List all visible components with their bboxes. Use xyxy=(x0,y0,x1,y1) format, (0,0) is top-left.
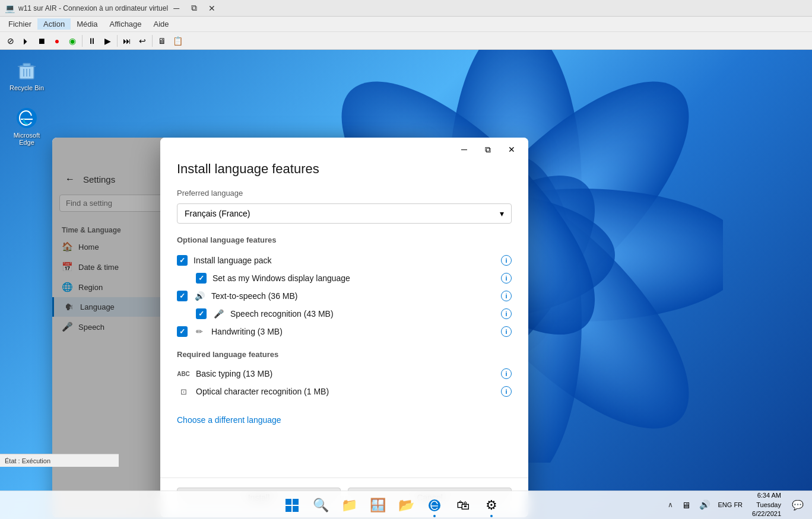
toolbar-btn-7[interactable]: ▶ xyxy=(100,34,115,48)
info-icon-handwriting[interactable]: i xyxy=(501,326,512,337)
required-item-typing: ABC Basic typing (13 MB) i xyxy=(177,365,512,383)
recycle-bin-label: Recycle Bin xyxy=(9,84,44,91)
toolbar-btn-5[interactable]: ◉ xyxy=(65,34,80,48)
required-label-typing: Basic typing (13 MB) xyxy=(196,369,495,378)
language-dropdown[interactable]: Français (France) ▾ xyxy=(177,203,512,224)
toolbar-btn-9[interactable]: ↩ xyxy=(135,34,150,48)
dialog-title: Install language features xyxy=(177,161,512,177)
feature-label-displaylang: Set as my Windows display language xyxy=(212,273,495,283)
tray-show-hidden[interactable]: ∧ xyxy=(668,501,673,509)
info-icon-speechrec[interactable]: i xyxy=(501,308,512,319)
info-icon-ocr[interactable]: i xyxy=(501,386,512,397)
clock-date: 6/22/2021 xyxy=(752,510,781,518)
vm-close-btn[interactable]: ✕ xyxy=(204,2,220,14)
toolbar-sep-1 xyxy=(82,35,83,47)
speechrec-icon: 🎤 xyxy=(212,309,224,319)
vm-menubar: Fichier Action Média Affichage Aide xyxy=(0,17,812,32)
taskbar-volume-icon[interactable]: 🔊 xyxy=(697,492,713,518)
feature-item-speechrec: ✓ 🎤 Speech recognition (43 MB) i xyxy=(177,305,512,323)
taskbar-search-btn[interactable]: 🔍 xyxy=(307,492,334,518)
toolbar-sep-2 xyxy=(117,35,118,47)
vm-minimize-btn[interactable]: ─ xyxy=(168,2,185,14)
choose-language-link[interactable]: Choose a different language xyxy=(177,415,281,425)
desktop-icon-recycle[interactable]: Recycle Bin xyxy=(6,56,47,94)
taskbar-widgets-btn[interactable]: 🪟 xyxy=(364,492,391,518)
vm-restore-btn[interactable]: ⧉ xyxy=(186,2,202,14)
vm-toolbar: ⊘ ⏵ ⏹ ● ◉ ⏸ ▶ ⏭ ↩ 🖥 📋 xyxy=(0,32,812,50)
edge-icon xyxy=(14,106,39,130)
dialog-close-btn[interactable]: ✕ xyxy=(500,141,524,158)
toolbar-btn-10[interactable]: 🖥 xyxy=(155,34,169,48)
feature-label-handwriting: Handwriting (3 MB) xyxy=(211,327,495,336)
desktop-icon-edge[interactable]: Microsoft Edge xyxy=(6,103,47,148)
dialog-minimize-btn[interactable]: ─ xyxy=(452,141,476,158)
vm-titlebar: 💻 w11 sur AIR - Connexion à un ordinateu… xyxy=(0,0,812,17)
chevron-down-icon: ▾ xyxy=(500,209,504,218)
info-icon-tts[interactable]: i xyxy=(501,291,512,301)
taskbar-start-btn[interactable] xyxy=(279,492,305,518)
taskbar-edge-btn[interactable] xyxy=(421,492,448,518)
ocr-icon: ⊡ xyxy=(177,387,190,396)
checkbox-speechrec[interactable]: ✓ xyxy=(196,308,207,319)
language-dropdown-value: Français (France) xyxy=(185,209,250,218)
toolbar-btn-6[interactable]: ⏸ xyxy=(85,34,99,48)
taskbar-explorer-btn[interactable]: 📂 xyxy=(393,492,419,518)
taskbar-taskview-btn[interactable]: 📁 xyxy=(336,492,362,518)
taskbar-network-icon[interactable]: 🖥 xyxy=(678,492,694,518)
checkbox-langpack[interactable]: ✓ xyxy=(177,255,188,266)
feature-item-displaylang: ✓ Set as my Windows display language i xyxy=(177,269,512,287)
dialog-titlebar: ─ ⧉ ✕ xyxy=(160,138,528,161)
taskbar: 🔍 📁 🪟 📂 🛍 ⚙ ∧ 🖥 🔊 ENG FR 6:34 AM Tuesday… xyxy=(0,491,812,519)
info-icon-displaylang[interactable]: i xyxy=(501,273,512,284)
menu-aide[interactable]: Aide xyxy=(148,18,175,30)
toolbar-btn-3[interactable]: ⏹ xyxy=(34,34,49,48)
svg-rect-18 xyxy=(293,506,299,512)
toolbar-btn-11[interactable]: 📋 xyxy=(170,34,185,48)
checkbox-tts[interactable]: ✓ xyxy=(177,291,188,301)
feature-item-tts: ✓ 🔊 Text-to-speech (36 MB) i xyxy=(177,287,512,305)
typing-icon: ABC xyxy=(177,371,190,377)
desktop: 💻 w11 sur AIR - Connexion à un ordinateu… xyxy=(0,0,812,519)
menu-affichage[interactable]: Affichage xyxy=(104,18,148,30)
dialog-restore-btn[interactable]: ⧉ xyxy=(476,141,500,158)
toolbar-btn-8[interactable]: ⏭ xyxy=(120,34,134,48)
tts-icon: 🔊 xyxy=(194,291,205,301)
feature-label-tts: Text-to-speech (36 MB) xyxy=(211,291,495,301)
taskbar-tray: ∧ xyxy=(665,501,675,509)
required-features-label: Required language features xyxy=(177,350,512,359)
vm-titlebar-controls: ─ ⧉ ✕ xyxy=(168,2,220,14)
status-bar: État : Exécution xyxy=(0,454,119,467)
toolbar-btn-2[interactable]: ⏵ xyxy=(19,34,33,48)
preferred-language-label: Preferred language xyxy=(177,189,512,198)
feature-label-speechrec: Speech recognition (43 MB) xyxy=(230,309,495,319)
install-language-dialog: ─ ⧉ ✕ Install language features Preferre… xyxy=(160,138,528,517)
dialog-content: Install language features Preferred lang… xyxy=(160,161,528,477)
taskbar-language[interactable]: ENG FR xyxy=(716,501,746,509)
lang-eng: ENG FR xyxy=(718,501,743,509)
menu-action[interactable]: Action xyxy=(37,18,71,30)
taskbar-store-btn[interactable]: 🛍 xyxy=(450,492,476,518)
menu-fichier[interactable]: Fichier xyxy=(2,18,37,30)
info-icon-typing[interactable]: i xyxy=(501,368,512,379)
clock-day: Tuesday xyxy=(752,501,781,510)
checkbox-handwriting[interactable]: ✓ xyxy=(177,326,188,337)
desktop-area: Recycle Bin Microsoft Edge ─ ⧉ ✕ ← xyxy=(0,50,812,495)
toolbar-btn-4[interactable]: ● xyxy=(50,34,64,48)
svg-rect-17 xyxy=(286,506,291,512)
taskbar-settings-btn[interactable]: ⚙ xyxy=(478,492,505,518)
taskbar-right: ∧ 🖥 🔊 ENG FR 6:34 AM Tuesday 6/22/2021 💬 xyxy=(665,491,813,518)
feature-item-langpack: ✓ Install language pack i xyxy=(177,251,512,269)
taskbar-notification-btn[interactable]: 💬 xyxy=(788,492,807,518)
vm-titlebar-icon: 💻 xyxy=(5,4,15,13)
svg-rect-16 xyxy=(293,499,299,505)
toolbar-btn-1[interactable]: ⊘ xyxy=(4,34,18,48)
checkbox-displaylang[interactable]: ✓ xyxy=(196,273,207,284)
info-icon-langpack[interactable]: i xyxy=(501,255,512,266)
taskbar-center: 🔍 📁 🪟 📂 🛍 ⚙ xyxy=(119,492,665,518)
required-item-ocr: ⊡ Optical character recognition (1 MB) i xyxy=(177,383,512,400)
feature-item-handwriting: ✓ ✏ Handwriting (3 MB) i xyxy=(177,323,512,340)
taskbar-clock[interactable]: 6:34 AM Tuesday 6/22/2021 xyxy=(747,491,786,518)
vm-titlebar-title: w11 sur AIR - Connexion à un ordinateur … xyxy=(18,4,168,12)
menu-media[interactable]: Média xyxy=(71,18,103,30)
vm-topbar: 💻 w11 sur AIR - Connexion à un ordinateu… xyxy=(0,0,812,50)
